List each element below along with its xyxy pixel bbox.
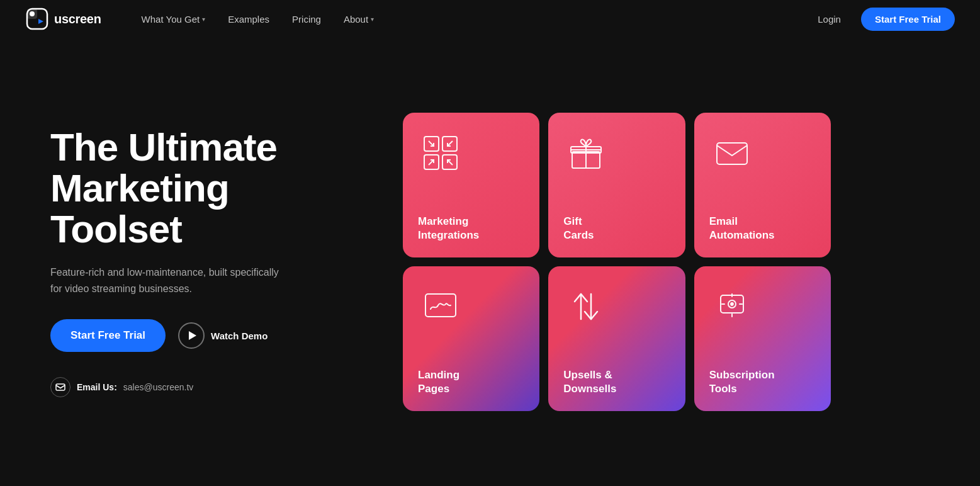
email-address: sales@uscreen.tv — [123, 382, 193, 392]
svg-line-10 — [429, 160, 434, 165]
chevron-down-icon: ▾ — [371, 16, 374, 23]
nav-item-pricing[interactable]: Pricing — [282, 9, 331, 30]
svg-line-11 — [448, 160, 453, 165]
svg-point-2 — [30, 11, 35, 16]
svg-rect-16 — [717, 143, 747, 164]
svg-line-8 — [429, 141, 434, 146]
hero-subtitle: Feature-rich and low-maintenance, built … — [50, 264, 290, 297]
nav-item-examples[interactable]: Examples — [218, 9, 279, 30]
play-icon — [178, 322, 205, 349]
arrows-updown-icon — [566, 286, 606, 329]
navbar: uscreen What You Get ▾ Examples Pricing … — [0, 0, 980, 38]
nav-right: Login Start Free Trial — [808, 8, 955, 31]
email-label: Email Us: — [77, 382, 117, 392]
feature-card-gift-cards[interactable]: GiftCards — [548, 113, 685, 257]
svg-line-9 — [448, 141, 453, 146]
chevron-down-icon: ▾ — [202, 16, 205, 23]
gift-box-icon — [566, 133, 606, 176]
logo[interactable]: uscreen — [25, 7, 101, 31]
email-row: Email Us: sales@uscreen.tv — [50, 377, 365, 397]
grid-arrows-icon — [420, 133, 461, 176]
start-free-trial-button[interactable]: Start Free Trial — [861, 8, 955, 31]
cursor-sparkle-icon — [712, 286, 752, 329]
logo-text: uscreen — [54, 12, 101, 26]
feature-card-upsells-downsells[interactable]: Upsells &Downsells — [548, 266, 685, 411]
play-triangle — [189, 331, 196, 340]
feature-label-upsells-downsells: Upsells &Downsells — [563, 368, 616, 396]
feature-card-subscription-tools[interactable]: SubscriptionTools — [694, 266, 831, 411]
email-icon — [50, 377, 70, 397]
signature-icon — [420, 286, 461, 329]
hero-section: The Ultimate Marketing Toolset Feature-r… — [0, 38, 980, 486]
feature-card-landing-pages[interactable]: LandingPages — [403, 266, 539, 411]
watch-demo-button[interactable]: Watch Demo — [178, 322, 268, 349]
hero-start-free-trial-button[interactable]: Start Free Trial — [50, 319, 166, 352]
hero-actions: Start Free Trial Watch Demo — [50, 319, 365, 352]
nav-item-what-you-get[interactable]: What You Get ▾ — [132, 9, 216, 30]
message-icon — [55, 382, 65, 392]
feature-label-landing-pages: LandingPages — [418, 368, 459, 396]
feature-card-email-automations[interactable]: EmailAutomations — [694, 113, 831, 257]
feature-label-gift-cards: GiftCards — [563, 215, 594, 242]
logo-icon — [25, 7, 49, 31]
hero-left: The Ultimate Marketing Toolset Feature-r… — [50, 127, 390, 397]
svg-point-26 — [731, 303, 733, 305]
feature-card-marketing-integrations[interactable]: MarketingIntegrations — [403, 113, 539, 257]
feature-label-marketing-integrations: MarketingIntegrations — [418, 215, 479, 242]
hero-title: The Ultimate Marketing Toolset — [50, 127, 365, 249]
svg-rect-3 — [56, 384, 65, 390]
envelope-icon — [712, 133, 752, 176]
feature-label-subscription-tools: SubscriptionTools — [709, 368, 775, 396]
login-button[interactable]: Login — [808, 9, 851, 30]
feature-label-email-automations: EmailAutomations — [709, 215, 775, 242]
features-grid: MarketingIntegrations — [390, 113, 831, 411]
nav-item-about[interactable]: About ▾ — [334, 9, 384, 30]
nav-links: What You Get ▾ Examples Pricing About ▾ — [132, 9, 808, 30]
